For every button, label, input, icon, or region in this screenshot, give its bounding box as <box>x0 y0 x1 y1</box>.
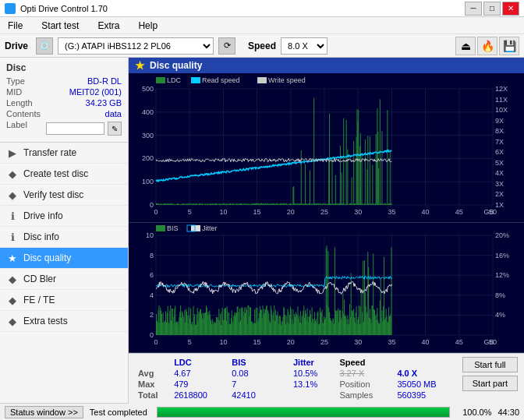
max-row-label: Max <box>135 379 168 390</box>
start-full-button[interactable]: Start full <box>462 357 518 372</box>
sidebar-item-drive-info[interactable]: ℹ Drive info <box>0 206 128 227</box>
label-edit-button[interactable]: ✎ <box>108 122 122 136</box>
sidebar-item-fe-te[interactable]: ◆ FE / TE <box>0 290 128 311</box>
toolbar-icons: ⏏ 🔥 💾 <box>455 37 519 55</box>
contents-value: data <box>105 109 122 118</box>
bottom-chart-canvas <box>129 223 524 352</box>
drive-select[interactable]: (G:) ATAPI iHBS112 2 PL06 <box>58 37 214 55</box>
label-key: Label <box>6 120 27 136</box>
verify-test-disc-label: Verify test disc <box>23 189 83 200</box>
disc-section: Disc Type BD-R DL MID MEIT02 (001) Lengt… <box>0 58 128 143</box>
bottom-chart-area <box>129 223 524 353</box>
sidebar: Disc Type BD-R DL MID MEIT02 (001) Lengt… <box>0 58 129 403</box>
type-value: BD-R DL <box>87 76 122 86</box>
menu-help[interactable]: Help <box>133 19 162 33</box>
avg-jitter: 10.5% <box>287 368 333 379</box>
top-chart-canvas <box>129 73 524 222</box>
start-part-button[interactable]: Start part <box>462 376 518 391</box>
sidebar-item-disc-quality[interactable]: ★ Disc quality <box>0 248 128 269</box>
minimize-button[interactable]: ─ <box>465 2 482 16</box>
window-controls: ─ □ ✕ <box>465 2 519 16</box>
burn-button[interactable]: 🔥 <box>477 37 497 55</box>
title-bar: Opti Drive Control 1.70 ─ □ ✕ <box>0 0 524 17</box>
disc-section-title: Disc <box>6 62 122 73</box>
sidebar-item-verify-test-disc[interactable]: ◆ Verify test disc <box>0 185 128 206</box>
type-label: Type <box>6 76 25 86</box>
progress-bar-container <box>157 407 450 418</box>
total-samples: 560395 <box>391 390 455 401</box>
status-window-button[interactable]: Status window >> <box>5 406 83 418</box>
sidebar-item-cd-bler[interactable]: ◆ CD Bler <box>0 269 128 290</box>
mid-value: MEIT02 (001) <box>69 87 122 97</box>
menu-start-test[interactable]: Start test <box>37 19 83 33</box>
app-icon <box>5 3 16 14</box>
app-title: Opti Drive Control 1.70 <box>20 4 108 13</box>
total-row-label: Total <box>135 390 168 401</box>
progress-text: 100.0% <box>462 408 491 417</box>
avg-speed2: 4.0 X <box>391 368 455 379</box>
disc-quality-header-icon: ★ <box>135 59 145 72</box>
create-test-disc-label: Create test disc <box>23 168 88 179</box>
mid-label: MID <box>6 87 22 97</box>
speed-select[interactable]: 8.0 X <box>281 37 328 55</box>
avg-bis: 0.08 <box>225 368 271 379</box>
sidebar-item-create-test-disc[interactable]: ◆ Create test disc <box>0 164 128 185</box>
close-button[interactable]: ✕ <box>502 2 519 16</box>
disc-quality-label: Disc quality <box>23 252 71 263</box>
speed-col-header: Speed <box>333 357 391 368</box>
sidebar-item-transfer-rate[interactable]: ▶ Transfer rate <box>0 143 128 164</box>
cd-bler-icon: ◆ <box>6 273 19 285</box>
disc-info-icon: ℹ <box>6 231 19 243</box>
drive-label: Drive <box>5 41 28 51</box>
ldc-col-header: LDC <box>168 357 225 368</box>
right-panel: ★ Disc quality LDC BIS <box>129 58 524 403</box>
sidebar-item-disc-info[interactable]: ℹ Disc info <box>0 227 128 248</box>
max-ldc: 479 <box>168 379 225 390</box>
extra-tests-icon: ◆ <box>6 315 19 327</box>
nav-items: ▶ Transfer rate ◆ Create test disc ◆ Ver… <box>0 143 128 403</box>
disc-quality-header-title: Disc quality <box>150 60 202 71</box>
top-chart-area <box>129 73 524 223</box>
main-content: Disc Type BD-R DL MID MEIT02 (001) Lengt… <box>0 58 524 403</box>
save-button[interactable]: 💾 <box>499 37 519 55</box>
extra-tests-label: Extra tests <box>23 316 68 326</box>
drive-info-icon: ℹ <box>6 210 19 222</box>
max-jitter: 13.1% <box>287 379 333 390</box>
disc-quality-icon: ★ <box>6 252 19 264</box>
verify-test-disc-icon: ◆ <box>6 189 19 201</box>
menu-extra[interactable]: Extra <box>93 19 124 33</box>
length-value: 34.23 GB <box>86 98 122 108</box>
transfer-rate-icon: ▶ <box>6 146 19 159</box>
fe-te-icon: ◆ <box>6 294 19 306</box>
avg-speed1: 3.27 X <box>333 368 391 379</box>
status-bar: Status window >> Test completed 100.0% 4… <box>0 403 524 420</box>
max-position: 35050 MB <box>391 379 455 390</box>
length-label: Length <box>6 98 33 108</box>
maximize-button[interactable]: □ <box>483 2 501 16</box>
jitter-col-header: Jitter <box>287 357 333 368</box>
progress-bar-fill <box>158 408 449 417</box>
eject-button[interactable]: ⏏ <box>455 37 476 55</box>
bis-col-header: BIS <box>225 357 271 368</box>
refresh-drive-button[interactable]: ⟳ <box>218 37 235 55</box>
cd-bler-label: CD Bler <box>23 274 56 284</box>
transfer-rate-label: Transfer rate <box>23 147 76 158</box>
drive-icon-btn[interactable]: 💿 <box>36 37 53 55</box>
total-bis: 42410 <box>225 390 271 401</box>
fe-te-label: FE / TE <box>23 295 55 305</box>
menu-file[interactable]: File <box>3 19 27 33</box>
test-completed-label: Test completed <box>90 408 147 417</box>
max-bis: 7 <box>225 379 271 390</box>
create-test-disc-icon: ◆ <box>6 168 19 180</box>
total-ldc: 2618800 <box>168 390 225 401</box>
label-input[interactable] <box>46 122 104 135</box>
drive-info-label: Drive info <box>23 210 63 221</box>
avg-ldc: 4.67 <box>168 368 225 379</box>
contents-label: Contents <box>6 109 41 118</box>
speed-label: Speed <box>248 41 276 51</box>
charts-container <box>129 73 524 353</box>
samples-label: Samples <box>333 390 391 401</box>
stats-panel: LDC BIS Jitter Speed Avg 4.67 0.08 10.5%… <box>129 353 524 404</box>
position-label: Position <box>333 379 391 390</box>
sidebar-item-extra-tests[interactable]: ◆ Extra tests <box>0 311 128 332</box>
